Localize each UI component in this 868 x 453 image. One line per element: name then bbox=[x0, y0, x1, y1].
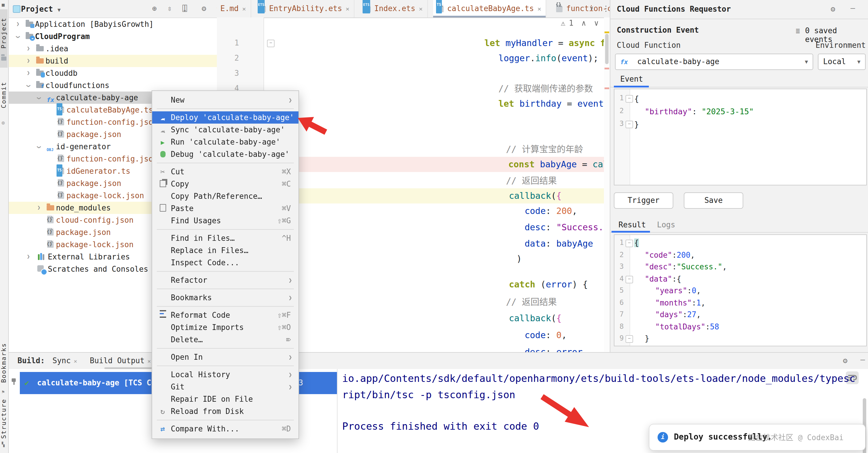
menu-item-run-calculate-baby-age[interactable]: ▶Run 'calculate-baby-age' bbox=[152, 136, 299, 148]
tool-tab-bookmarks[interactable]: Bookmarks bbox=[0, 343, 8, 383]
json-line[interactable]: { bbox=[634, 94, 639, 103]
menu-item-find-usages[interactable]: Find Usages⇧⌘G bbox=[152, 215, 299, 227]
menu-item-sync-calculate-baby-age[interactable]: ☁↓Sync 'calculate-baby-age' bbox=[152, 124, 299, 136]
menu-item-reload-from-disk[interactable]: ↻Reload from Disk bbox=[152, 405, 299, 417]
menu-item-cut[interactable]: ✂Cut⌘X bbox=[152, 165, 299, 178]
scrollbar-thumb[interactable] bbox=[605, 34, 609, 64]
chevron-collapsed-icon[interactable]: ❯ bbox=[37, 202, 40, 214]
editor-tab-index-ets[interactable]: ETSIndex.ets× bbox=[360, 0, 428, 18]
chevron-collapsed-icon[interactable]: ❯ bbox=[27, 55, 30, 67]
menu-item-open-in[interactable]: Open In❯ bbox=[152, 351, 299, 363]
event-json-editor[interactable]: 1−{2"birthday": "2025-3-15"3−} bbox=[614, 89, 867, 185]
code-line[interactable]: code: 200, bbox=[525, 204, 578, 219]
tree-item[interactable]: ❯☁CloudProgram bbox=[8, 30, 217, 42]
menu-item-reformat-code[interactable]: Reformat Code⇧⌘F bbox=[152, 309, 299, 321]
json-line[interactable]: "code":200, bbox=[645, 250, 695, 259]
json-line[interactable]: "totalDays":58 bbox=[655, 322, 719, 331]
code-line[interactable]: catch (error) { bbox=[509, 277, 588, 292]
saved-events-icon[interactable]: ≣ bbox=[796, 27, 800, 35]
tab-kebab-menu-icon[interactable]: ⋮ bbox=[602, 4, 610, 13]
code-line[interactable]: desc: "Success.", bbox=[525, 220, 614, 235]
tab-result[interactable]: Result bbox=[619, 220, 646, 229]
hide-panel-icon[interactable]: — bbox=[850, 3, 855, 12]
json-line[interactable]: "birthday": "2025-3-15" bbox=[645, 107, 754, 116]
tab-sync[interactable]: Sync× bbox=[53, 353, 77, 369]
chevron-expanded-icon[interactable]: ❯ bbox=[22, 85, 34, 88]
environment-select[interactable]: Local ▼ bbox=[818, 54, 866, 70]
code-line[interactable]: data: babyAge bbox=[525, 236, 593, 251]
json-line[interactable]: { bbox=[634, 238, 639, 247]
trigger-button[interactable]: Trigger bbox=[614, 192, 673, 209]
tool-tab-commit[interactable]: Commit bbox=[0, 82, 8, 109]
code-line[interactable]: logger.info(event); bbox=[498, 51, 598, 66]
menu-item-debug-calculate-baby-age[interactable]: Debug 'calculate-baby-age' bbox=[152, 148, 299, 160]
json-line[interactable]: "desc":"Success.", bbox=[645, 262, 727, 271]
code-line[interactable]: // 计算宝宝的年龄 bbox=[506, 142, 583, 157]
editor-tab-calculatebabyage-ts[interactable]: TScalculateBabyAge.ts× bbox=[433, 0, 547, 18]
menu-item-replace-in-files[interactable]: Replace in Files… bbox=[152, 244, 299, 256]
locate-file-icon[interactable]: ⊕ bbox=[152, 4, 157, 13]
tab-build-output[interactable]: Build Output× bbox=[90, 353, 151, 369]
close-icon[interactable]: × bbox=[537, 5, 541, 13]
tree-item[interactable]: ❯build bbox=[8, 55, 217, 67]
json-line[interactable]: "days":27, bbox=[655, 310, 701, 319]
menu-item-repair-ide-on-file[interactable]: Repair IDE on File bbox=[152, 393, 299, 405]
tab-logs[interactable]: Logs bbox=[657, 220, 675, 229]
tab-overflow-chevron-icon[interactable]: ∨ bbox=[590, 5, 593, 11]
editor-scrollbar[interactable] bbox=[604, 18, 610, 352]
close-icon[interactable]: × bbox=[74, 358, 77, 364]
menu-item-optimize-imports[interactable]: Optimize Imports⇧⌘O bbox=[152, 321, 299, 333]
menu-item-find-in-files[interactable]: Find in Files…^H bbox=[152, 232, 299, 244]
json-line[interactable]: "data":{ bbox=[645, 274, 681, 283]
menu-item-inspect-code[interactable]: Inspect Code... bbox=[152, 256, 299, 269]
menu-item-copy[interactable]: Copy⌘C bbox=[152, 178, 299, 190]
menu-item-bookmarks[interactable]: Bookmarks❯ bbox=[152, 292, 299, 304]
expand-all-icon[interactable]: ⇳ bbox=[167, 4, 172, 13]
fold-marker-icon[interactable]: − bbox=[625, 121, 633, 128]
fold-marker-icon[interactable]: − bbox=[625, 275, 633, 283]
code-line[interactable]: // 返回结果 bbox=[506, 295, 557, 309]
tree-item[interactable]: ❯Application [BabyisGrowth] bbox=[8, 18, 217, 30]
tool-tab-structure[interactable]: Structure bbox=[0, 399, 8, 439]
result-json-viewer[interactable]: 1−{2"code":200,3"desc":"Success.",4−"dat… bbox=[614, 234, 867, 346]
menu-item-local-history[interactable]: Local History❯ bbox=[152, 368, 299, 381]
tree-item[interactable]: ❯clouddb bbox=[8, 67, 217, 79]
json-line[interactable]: } bbox=[645, 334, 649, 343]
code-line[interactable]: code: 0, bbox=[525, 328, 567, 343]
editor-tab-entryability-ets[interactable]: ETSEntryAbility.ets× bbox=[255, 0, 355, 18]
close-icon[interactable]: × bbox=[346, 5, 349, 13]
main-menu-icon[interactable]: ▦ bbox=[2, 2, 5, 7]
save-button[interactable]: Save bbox=[684, 192, 743, 209]
tree-item[interactable]: ❯fcloudfunctions bbox=[8, 79, 217, 92]
json-line[interactable]: "months":1, bbox=[655, 298, 705, 307]
chevron-collapsed-icon[interactable]: ❯ bbox=[27, 67, 30, 79]
cloud-function-select[interactable]: fx calculate-baby-age ▼ bbox=[615, 54, 813, 70]
chevron-collapsed-icon[interactable]: ❯ bbox=[16, 18, 20, 30]
chevron-expanded-icon[interactable]: ❯ bbox=[33, 146, 45, 149]
code-line[interactable]: callback({ bbox=[509, 311, 562, 326]
hide-panel-icon[interactable]: — bbox=[861, 355, 865, 364]
chevron-expanded-icon[interactable]: ❯ bbox=[12, 36, 24, 39]
tool-tab-project[interactable]: Project bbox=[0, 18, 8, 49]
close-icon[interactable]: × bbox=[148, 358, 151, 364]
chevron-collapsed-icon[interactable]: ❯ bbox=[27, 42, 30, 55]
close-icon[interactable]: × bbox=[242, 5, 246, 13]
menu-item-new[interactable]: New❯ bbox=[152, 94, 299, 106]
fold-marker-icon[interactable]: − bbox=[267, 40, 275, 47]
chevron-collapsed-icon[interactable]: ❯ bbox=[27, 251, 30, 263]
tab-event[interactable]: Event bbox=[620, 74, 643, 83]
json-line[interactable]: "years":0, bbox=[655, 286, 701, 295]
prev-issue-icon[interactable]: ∧ bbox=[582, 19, 586, 27]
code-line[interactable]: callback({ bbox=[509, 188, 562, 204]
gear-icon[interactable]: ⚙ bbox=[843, 356, 847, 365]
menu-item-deploy-calculate-baby-age[interactable]: ☁↑Deploy 'calculate-baby-age' bbox=[152, 111, 299, 124]
tree-item[interactable]: ❯.idea bbox=[8, 42, 217, 55]
menu-item-refactor[interactable]: Refactor❯ bbox=[152, 274, 299, 286]
menu-item-paste[interactable]: Paste⌘V bbox=[152, 202, 299, 215]
code-line[interactable]: ) bbox=[517, 251, 522, 266]
project-view-title[interactable]: Project ▼ bbox=[21, 5, 61, 13]
menu-item-compare-with[interactable]: ⇄Compare With...⌘D bbox=[152, 423, 299, 435]
menu-item-git[interactable]: Git❯ bbox=[152, 381, 299, 393]
fold-marker-icon[interactable]: − bbox=[625, 95, 633, 102]
json-line[interactable]: } bbox=[634, 120, 639, 129]
